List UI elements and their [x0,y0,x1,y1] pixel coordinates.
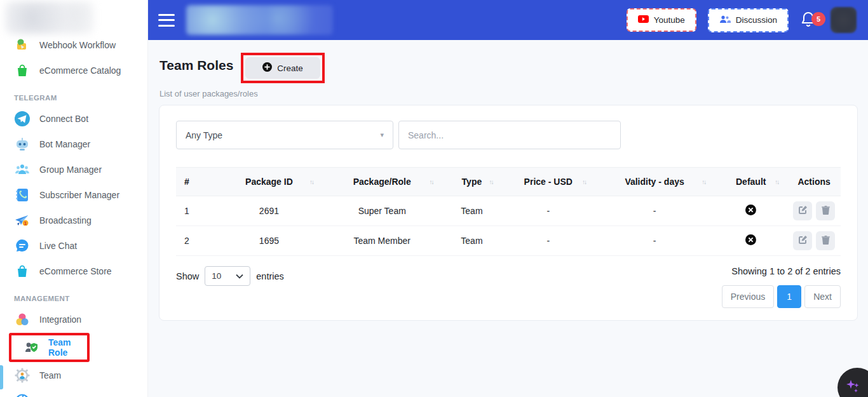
sidebar-item-label: Broadcasting [39,215,92,225]
discussion-button[interactable]: Discussion [708,8,789,32]
page-number-button[interactable]: 1 [777,285,801,308]
user-shield-icon [23,339,39,356]
sidebar-item-ecommerce-catalog[interactable]: eCommerce Catalog [0,58,147,83]
table-row: 2 1695 Team Member Team - - [176,226,841,256]
sort-arrows-icon[interactable]: ↑↓ [775,178,778,185]
history-clock-icon [14,393,31,397]
svg-text:1: 1 [24,221,27,225]
trash-icon [822,236,830,246]
search-input[interactable] [398,121,621,149]
sidebar-item-label: Group Manager [39,165,102,175]
cell-default [714,196,787,226]
users-group-icon [14,161,31,178]
trash-icon [822,206,830,217]
create-button-label: Create [277,64,303,73]
column-header-default[interactable]: Default↑↓ [714,168,787,196]
sidebar-item-live-chat[interactable]: Live Chat [0,234,147,258]
chevron-down-icon [236,274,243,279]
sidebar-item-integration[interactable]: Integration [0,307,147,332]
sidebar-item-group-manager[interactable]: Group Manager [0,158,147,182]
sidebar-item-team[interactable]: Team [0,363,147,387]
cell-validity: - [595,226,714,256]
sidebar-item-bot-manager[interactable]: Bot Manager [0,132,147,156]
youtube-icon [638,15,649,25]
telegram-plane-icon [14,111,31,127]
sidebar-item-webhook-workflow[interactable]: Webhook Workflow [0,33,147,57]
page-subtitle: List of user packages/roles [159,89,868,98]
webhook-workflow-icon [14,37,31,53]
avatar[interactable] [831,7,857,33]
delete-button[interactable] [816,231,835,250]
shopping-bag-icon [14,62,31,79]
header-brand-logo [186,5,333,35]
sidebar-item-label: Integration [39,314,81,325]
sidebar-section-telegram: TELEGRAM [0,84,147,105]
column-header-validity[interactable]: Validity - days↑↓ [595,168,714,196]
times-circle-icon [745,205,756,217]
edit-icon [798,236,807,246]
hamburger-icon[interactable] [158,14,175,27]
cell-num: 1 [176,196,216,226]
page-size-select[interactable]: 10 [205,266,250,286]
sidebar-item-broadcasting[interactable]: 1 Broadcasting [0,208,147,232]
color-circles-icon [14,311,31,328]
table-row: 1 2691 Super Team Team - - [176,196,841,226]
store-bag-icon [14,263,31,279]
user-gear-icon [14,367,31,384]
times-circle-icon [745,234,756,247]
sidebar-item-label: eCommerce Catalog [39,65,121,76]
top-header: Youtube Discussion 5 [148,0,868,40]
team-roles-card: Any Type ▾ # Package ID↑↓ Package/Role↑↓… [159,105,858,321]
edit-button[interactable] [793,231,812,250]
sidebar-item-team-role[interactable]: Team Role [9,333,90,362]
broadcast-plane-icon: 1 [14,212,31,229]
notifications-button[interactable]: 5 [800,11,819,30]
main-content: Team Roles Create List of user packages/… [148,40,868,397]
next-page-button[interactable]: Next [804,285,841,308]
delete-button[interactable] [816,201,835,220]
cell-default [714,226,787,256]
cell-type: Team [442,226,501,256]
sidebar-item-label: Bot Manager [39,139,90,149]
app-logo [5,1,94,34]
sort-arrows-icon[interactable]: ↑↓ [489,178,493,185]
sidebar-item-subscriber-manager[interactable]: Subscriber Manager [0,183,147,207]
edit-button[interactable] [793,201,812,220]
sidebar-item-label: Live Chat [39,241,77,251]
youtube-button-label: Youtube [654,15,685,25]
sort-arrows-icon[interactable]: ↑↓ [582,178,586,185]
sidebar: Webhook Workflow eCommerce Catalog TELEG… [0,0,148,397]
previous-page-button[interactable]: Previous [722,285,774,308]
type-filter-select[interactable]: Any Type ▾ [176,121,393,149]
active-item-indicator [0,365,3,389]
sidebar-item-connect-bot[interactable]: Connect Bot [0,107,147,131]
showing-entries-text: Showing 1 to 2 of 2 entries [731,266,841,276]
sidebar-item-label: Webhook Workflow [39,40,116,50]
discussion-button-label: Discussion [736,15,777,25]
cell-validity: - [595,196,714,226]
sort-arrows-icon[interactable]: ↑↓ [309,178,313,185]
sidebar-item-label: Subscriber Manager [39,190,119,200]
show-label: Show [176,271,199,281]
plus-circle-icon [262,62,272,74]
column-header-package-id[interactable]: Package ID↑↓ [216,168,322,196]
sort-arrows-icon[interactable]: ↑↓ [702,178,705,185]
column-header-price[interactable]: Price - USD↑↓ [502,168,595,196]
create-button[interactable]: Create [245,57,320,79]
column-header-package-role[interactable]: Package/Role↑↓ [322,168,442,196]
youtube-button[interactable]: Youtube [627,8,696,32]
sort-arrows-icon[interactable]: ↑↓ [429,178,433,185]
pagination: Previous 1 Next [722,285,841,308]
column-header-type[interactable]: Type↑↓ [442,168,501,196]
cell-package-role: Super Team [322,196,442,226]
page-size-value: 10 [212,271,221,281]
chat-bubble-icon [14,238,31,254]
sidebar-item-transactions[interactable]: Transactions [0,389,147,397]
sidebar-item-ecommerce-store[interactable]: eCommerce Store [0,259,147,283]
sparkles-icon [845,378,862,397]
cell-price: - [502,196,595,226]
edit-icon [798,206,807,217]
ai-assistant-button[interactable] [837,368,868,397]
sidebar-item-label: eCommerce Store [39,266,112,276]
notification-count-badge: 5 [811,12,825,26]
